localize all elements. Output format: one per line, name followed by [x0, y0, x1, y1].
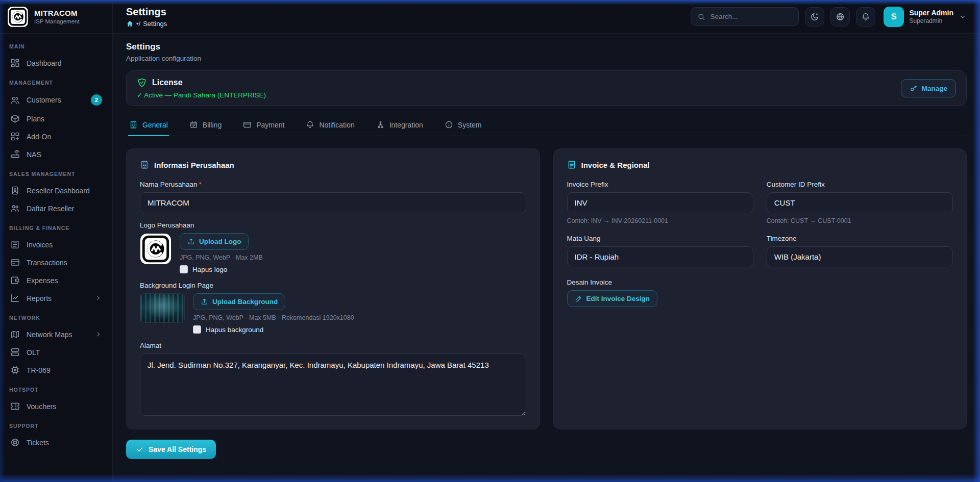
invoice-prefix-label: Invoice Prefix [567, 181, 753, 188]
sidebar-item-customers[interactable]: Customers2 [6, 90, 106, 110]
manage-license-button[interactable]: Manage [901, 79, 956, 97]
chevron-down-icon [959, 13, 967, 21]
save-all-settings-button[interactable]: Save All Settings [126, 440, 216, 459]
sidebar-item-reseller-dashboard[interactable]: Reseller Dashboard [6, 182, 106, 199]
remove-logo-checkbox[interactable] [180, 265, 188, 273]
sidebar-item-label: Transactions [27, 259, 102, 267]
settings-tabs: GeneralBillingPaymentNotificationIntegra… [126, 116, 967, 136]
sidebar-item-invoices[interactable]: Invoices [6, 236, 106, 253]
breadcrumb-current[interactable]: Settings [143, 20, 167, 28]
license-status: ✓ Active — Pandi Sahara (ENTERPRISE) [137, 91, 266, 99]
cpu-icon [10, 365, 20, 375]
sidebar-item-label: Dashboard [27, 59, 102, 67]
user-menu[interactable]: S Super Admin Superadmin [884, 7, 967, 27]
sidebar-item-label: NAS [27, 150, 102, 159]
timezone-select[interactable] [767, 246, 953, 267]
resellers-icon [10, 204, 20, 213]
license-card: License ✓ Active — Pandi Sahara (ENTERPR… [126, 70, 967, 106]
tab-system[interactable]: System [444, 116, 483, 136]
tab-label: Payment [256, 121, 284, 129]
company-logo-preview [140, 233, 172, 265]
required-mark: * [199, 181, 202, 188]
address-textarea[interactable]: Jl. Jend. Sudirman No.327, Karanganyar, … [140, 353, 526, 416]
sidebar-item-tickets[interactable]: Tickets [6, 434, 106, 451]
sidebar-item-tr-069[interactable]: TR-069 [6, 361, 106, 379]
integration-icon [376, 120, 385, 129]
avatar: S [884, 7, 904, 27]
tab-payment[interactable]: Payment [242, 116, 285, 136]
package-icon [10, 114, 20, 123]
background-label: Background Login Page [140, 282, 526, 289]
sidebar-item-vouchers[interactable]: Vouchers [6, 397, 106, 415]
upload-logo-button[interactable]: Upload Logo [180, 233, 249, 250]
remove-background-label: Hapus background [206, 326, 263, 334]
sidebar-section-label-network: NETWORK [9, 315, 103, 321]
login-background-preview [140, 293, 185, 323]
reports-icon [10, 293, 20, 303]
brand-subtitle: ISP Management [34, 18, 80, 24]
customer-prefix-hint: Contoh: CUST → CUST-0001 [767, 217, 953, 224]
tab-label: System [458, 121, 482, 129]
sidebar-item-reports[interactable]: Reports [6, 289, 106, 307]
company-name-input[interactable] [140, 192, 526, 213]
sidebar: MITRACOM ISP Management MAINDashboardMAN… [0, 0, 113, 482]
license-title: License [152, 78, 183, 87]
invoice-prefix-input[interactable] [567, 192, 753, 213]
sidebar-item-transactions[interactable]: Transactions [6, 253, 106, 271]
page-subtitle: Application configuration [126, 55, 967, 62]
invoice-regional-card: Invoice & Regional Invoice Prefix Contoh… [553, 148, 967, 429]
chevron-right-icon [94, 331, 102, 338]
tab-notification[interactable]: Notification [305, 116, 355, 136]
mitracom-logo-icon [7, 6, 29, 28]
topbar: Settings •/ Settings [113, 0, 980, 34]
sidebar-item-label: Invoices [27, 241, 102, 249]
dashboard-icon [10, 58, 20, 68]
sidebar-nav: MAINDashboardMANAGEMENTCustomers2PlansAd… [0, 34, 112, 482]
sidebar-item-expenses[interactable]: Expenses [6, 271, 106, 289]
home-icon[interactable] [126, 20, 134, 28]
language-button[interactable] [830, 7, 850, 27]
router-icon [10, 149, 20, 159]
search-input[interactable] [710, 13, 792, 20]
brand[interactable]: MITRACOM ISP Management [0, 0, 112, 34]
tab-label: Billing [203, 121, 222, 129]
content: Settings Application configuration Licen… [113, 34, 980, 482]
upload-background-button[interactable]: Upload Background [193, 293, 285, 310]
company-info-card: Informasi Perusahaan Nama Perusahaan* Lo… [126, 148, 540, 429]
logo-hint: JPG, PNG, WebP · Max 2MB [180, 254, 263, 261]
sidebar-item-olt[interactable]: OLT [6, 343, 106, 361]
bell-icon [861, 12, 870, 21]
sidebar-section-label-main: MAIN [9, 43, 103, 49]
tab-general[interactable]: General [128, 116, 169, 136]
notifications-button[interactable] [856, 7, 875, 27]
remove-background-checkbox[interactable] [193, 325, 201, 334]
shield-check-icon [137, 78, 147, 88]
sidebar-item-network-maps[interactable]: Network Maps [6, 325, 106, 343]
tab-billing[interactable]: Billing [188, 116, 223, 136]
currency-select[interactable] [567, 246, 753, 267]
sidebar-item-plans[interactable]: Plans [6, 110, 106, 128]
dark-mode-toggle-button[interactable] [805, 7, 824, 27]
edit-invoice-design-button[interactable]: Edit Invoice Design [567, 290, 658, 307]
sidebar-item-nas[interactable]: NAS [6, 145, 106, 163]
sidebar-item-label: OLT [27, 348, 102, 357]
sidebar-section-label-sales-management: SALES MANAGEMENT [9, 171, 103, 177]
sidebar-item-label: Plans [27, 115, 102, 123]
sidebar-item-dashboard[interactable]: Dashboard [6, 54, 106, 72]
invoice-icon [567, 160, 576, 169]
sidebar-section-label-billing-finance: BILLING & FINANCE [9, 225, 103, 231]
sidebar-item-label: Daftar Reseller [27, 205, 102, 213]
users-icon [10, 95, 20, 105]
sidebar-item-add-on[interactable]: Add-On [6, 128, 106, 145]
building-icon [140, 160, 149, 169]
remove-logo-label: Hapus logo [192, 266, 227, 273]
transactions-icon [10, 258, 20, 267]
invoices-icon [10, 240, 20, 249]
sidebar-item-daftar-reseller[interactable]: Daftar Reseller [6, 199, 106, 217]
check-icon [136, 445, 144, 453]
user-role: Superadmin [909, 17, 953, 24]
tab-integration[interactable]: Integration [375, 116, 424, 136]
search-icon [697, 13, 705, 21]
customer-id-prefix-input[interactable] [767, 192, 953, 213]
brand-name: MITRACOM [34, 9, 80, 17]
